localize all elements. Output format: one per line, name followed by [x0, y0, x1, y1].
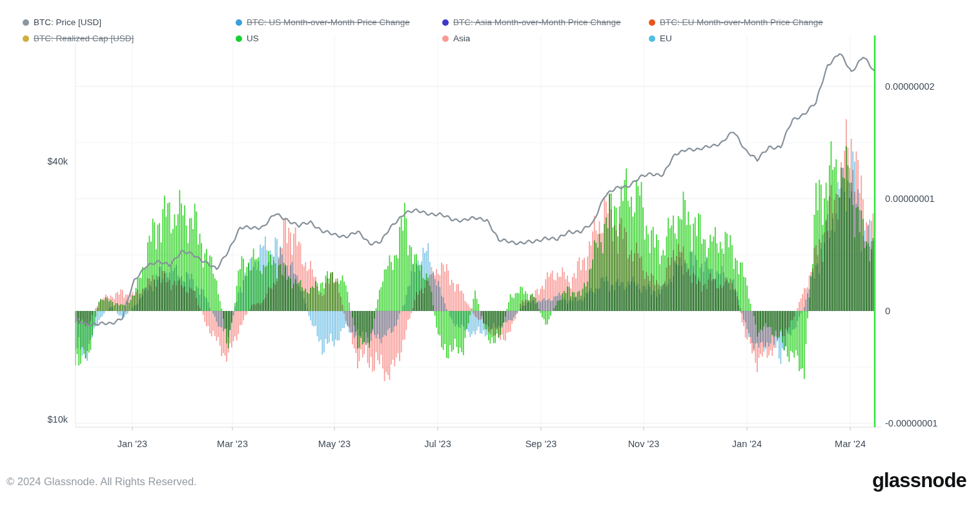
- x-axis-tick-mar24: Mar '24: [835, 439, 866, 450]
- glassnode-chart-page: BTC: Price [USD] BTC: US Month-over-Mont…: [0, 0, 980, 511]
- legend-item-us[interactable]: US: [236, 34, 263, 43]
- btc-price-line: [76, 54, 875, 326]
- legend-label: BTC: Price [USD]: [34, 17, 101, 27]
- legend-item-btc-price[interactable]: BTC: Price [USD]: [23, 17, 105, 27]
- eu-mom-dot-icon: [649, 19, 655, 26]
- x-axis-tick-mar23: Mar '23: [217, 439, 248, 450]
- x-axis-tick-may23: May '23: [318, 439, 351, 450]
- y-axis-left-tick-40k: $40k: [29, 156, 68, 167]
- y-axis-right-tick-1e8: 0.00000001: [885, 194, 935, 205]
- realized-cap-dot-icon: [23, 35, 29, 42]
- legend-label: BTC: Realized Cap [USD]: [34, 34, 134, 43]
- y-axis-right-tick-neg1e8: -0.00000001: [885, 418, 937, 429]
- legend-label: BTC: US Month-over-Month Price Change: [247, 17, 410, 27]
- y-axis-right-tick-0: 0: [885, 306, 890, 317]
- legend-label: Asia: [453, 34, 470, 43]
- us-mom-dot-icon: [236, 19, 242, 26]
- x-axis-tick-jul23: Jul '23: [424, 439, 451, 450]
- legend-label: EU: [660, 34, 672, 43]
- copyright-notice: © 2024 Glassnode. All Rights Reserved.: [6, 476, 197, 488]
- legend-label: BTC: Asia Month-over-Month Price Change: [453, 17, 621, 27]
- x-axis-tick-jan23: Jan '23: [117, 439, 147, 450]
- y-axis-left-tick-10k: $10k: [29, 414, 68, 425]
- legend-item-asia[interactable]: Asia: [442, 34, 474, 43]
- btc-price-dot-icon: [23, 19, 29, 26]
- x-axis-tick-sep23: Sep '23: [526, 439, 557, 450]
- x-axis-tick-marks: [132, 427, 850, 430]
- legend-item-realized-cap[interactable]: BTC: Realized Cap [USD]: [23, 34, 138, 43]
- us-dot-icon: [236, 35, 242, 42]
- asia-mom-dot-icon: [442, 19, 449, 26]
- legend-item-us-mom[interactable]: BTC: US Month-over-Month Price Change: [236, 17, 414, 27]
- legend-item-eu-mom[interactable]: BTC: EU Month-over-Month Price Change: [649, 17, 827, 27]
- x-axis-tick-nov23: Nov '23: [628, 439, 660, 450]
- asia-dot-icon: [442, 35, 449, 42]
- glassnode-logo: glassnode: [872, 469, 966, 492]
- chart-legend: BTC: Price [USD] BTC: US Month-over-Mont…: [23, 17, 926, 43]
- legend-label: US: [247, 34, 259, 43]
- legend-item-asia-mom[interactable]: BTC: Asia Month-over-Month Price Change: [442, 17, 625, 27]
- eu-dot-icon: [649, 35, 655, 42]
- legend-label: BTC: EU Month-over-Month Price Change: [660, 17, 823, 27]
- x-axis-tick-jan24: Jan '24: [732, 439, 762, 450]
- gridlines: [76, 35, 875, 427]
- price-change-chart[interactable]: [0, 0, 980, 511]
- y-axis-right-tick-2e8: 0.00000002: [885, 81, 935, 92]
- legend-item-eu[interactable]: EU: [649, 34, 676, 43]
